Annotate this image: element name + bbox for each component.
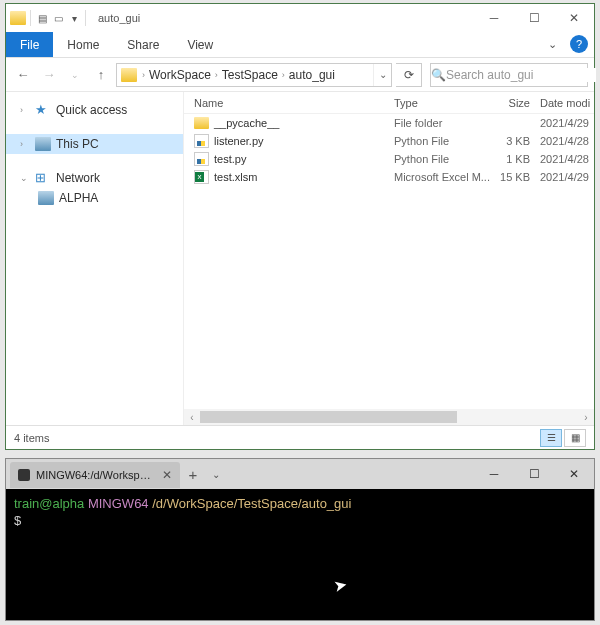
sidebar-item-label: ALPHA xyxy=(59,191,98,205)
close-tab-icon[interactable]: ✕ xyxy=(162,468,172,482)
refresh-button[interactable]: ⟳ xyxy=(396,63,422,87)
terminal-path: /d/WorkSpace/TestSpace/auto_gui xyxy=(152,496,351,511)
star-icon: ★ xyxy=(35,103,51,117)
file-name: __pycache__ xyxy=(214,117,279,129)
file-name: test.py xyxy=(214,153,246,165)
computer-icon xyxy=(38,191,54,205)
titlebar[interactable]: ▤ ▭ ▾ auto_gui ─ ☐ ✕ xyxy=(6,4,594,32)
chevron-right-icon[interactable]: › xyxy=(20,105,30,115)
nav-up-button[interactable]: ↑ xyxy=(90,63,112,87)
nav-back-button[interactable]: ← xyxy=(12,63,34,87)
column-headers: Name Type Size Date modi xyxy=(184,92,594,114)
tab-file[interactable]: File xyxy=(6,32,53,57)
terminal-user: train@alpha xyxy=(14,496,84,511)
terminal-prompt[interactable]: $ xyxy=(14,512,586,529)
app-icon xyxy=(10,11,26,25)
file-row[interactable]: __pycache__File folder2021/4/29 xyxy=(184,114,594,132)
file-date: 2021/4/28 xyxy=(536,153,594,165)
minimize-button[interactable]: ─ xyxy=(474,4,514,32)
file-row[interactable]: test.pyPython File1 KB2021/4/28 xyxy=(184,150,594,168)
breadcrumb[interactable]: WorkSpace xyxy=(146,68,214,82)
close-button[interactable]: ✕ xyxy=(554,459,594,489)
sidebar-item-quick-access[interactable]: › ★ Quick access xyxy=(6,100,183,120)
search-box[interactable]: 🔍 xyxy=(430,63,588,87)
column-header-date[interactable]: Date modi xyxy=(536,97,594,109)
help-icon[interactable]: ? xyxy=(570,35,588,53)
chevron-right-icon[interactable]: › xyxy=(20,139,30,149)
file-date: 2021/4/29 xyxy=(536,117,594,129)
tab-home[interactable]: Home xyxy=(53,32,113,57)
minimize-button[interactable]: ─ xyxy=(474,459,514,489)
file-type: Microsoft Excel M... xyxy=(394,171,492,183)
view-details-button[interactable]: ☰ xyxy=(540,429,562,447)
breadcrumb[interactable]: auto_gui xyxy=(286,68,338,82)
new-tab-button[interactable]: + xyxy=(180,466,206,483)
tab-dropdown-icon[interactable]: ⌄ xyxy=(206,469,226,480)
horizontal-scrollbar[interactable]: ‹ › xyxy=(184,409,594,425)
file-row[interactable]: listener.pyPython File3 KB2021/4/28 xyxy=(184,132,594,150)
tab-view[interactable]: View xyxy=(173,32,227,57)
terminal-titlebar[interactable]: MINGW64:/d/Workspace/TestSp ✕ + ⌄ ─ ☐ ✕ xyxy=(6,459,594,489)
maximize-button[interactable]: ☐ xyxy=(514,4,554,32)
window-title: auto_gui xyxy=(92,12,474,24)
ribbon: File Home Share View ⌄ ? xyxy=(6,32,594,58)
scroll-thumb[interactable] xyxy=(200,411,457,423)
file-date: 2021/4/29 xyxy=(536,171,594,183)
qat-dropdown-icon[interactable]: ▾ xyxy=(67,11,81,25)
navigation-pane: › ★ Quick access › This PC ⌄ ⊞ Network xyxy=(6,92,184,425)
address-dropdown-icon[interactable]: ⌄ xyxy=(373,64,391,86)
mouse-cursor-icon: ➤ xyxy=(332,576,348,595)
terminal-window: MINGW64:/d/Workspace/TestSp ✕ + ⌄ ─ ☐ ✕ … xyxy=(5,458,595,621)
file-size: 3 KB xyxy=(492,135,536,147)
close-button[interactable]: ✕ xyxy=(554,4,594,32)
nav-recent-dropdown[interactable]: ⌄ xyxy=(64,63,86,87)
column-header-name[interactable]: Name xyxy=(184,97,394,109)
sidebar-item-label: Quick access xyxy=(56,103,127,117)
terminal-body[interactable]: train@alpha MINGW64 /d/WorkSpace/TestSpa… xyxy=(6,489,594,620)
file-size: 15 KB xyxy=(492,171,536,183)
scroll-right-icon[interactable]: › xyxy=(578,412,594,423)
search-input[interactable] xyxy=(446,68,596,82)
terminal-icon xyxy=(18,469,30,481)
sidebar-item-alpha[interactable]: ALPHA xyxy=(6,188,183,208)
status-item-count: 4 items xyxy=(14,432,49,444)
scroll-left-icon[interactable]: ‹ xyxy=(184,412,200,423)
terminal-host: MINGW64 xyxy=(88,496,149,511)
folder-icon xyxy=(121,68,137,82)
maximize-button[interactable]: ☐ xyxy=(514,459,554,489)
sidebar-item-label: Network xyxy=(56,171,100,185)
status-bar: 4 items ☰ ▦ xyxy=(6,425,594,449)
search-icon: 🔍 xyxy=(431,68,446,82)
sidebar-item-this-pc[interactable]: › This PC xyxy=(6,134,183,154)
file-icon xyxy=(194,170,209,184)
terminal-tab[interactable]: MINGW64:/d/Workspace/TestSp ✕ xyxy=(10,462,180,488)
file-list-pane: Name Type Size Date modi __pycache__File… xyxy=(184,92,594,425)
file-icon xyxy=(194,134,209,148)
network-icon: ⊞ xyxy=(35,171,51,185)
file-name: listener.py xyxy=(214,135,264,147)
column-header-type[interactable]: Type xyxy=(394,97,492,109)
separator xyxy=(85,10,86,26)
file-icon xyxy=(194,152,209,166)
file-row[interactable]: test.xlsmMicrosoft Excel M...15 KB2021/4… xyxy=(184,168,594,186)
qat-properties-icon[interactable]: ▤ xyxy=(35,11,49,25)
tab-share[interactable]: Share xyxy=(113,32,173,57)
address-bar: ← → ⌄ ↑ › WorkSpace › TestSpace › auto_g… xyxy=(6,58,594,92)
column-header-size[interactable]: Size xyxy=(492,97,536,109)
terminal-tab-title: MINGW64:/d/Workspace/TestSp xyxy=(36,469,156,481)
terminal-line: train@alpha MINGW64 /d/WorkSpace/TestSpa… xyxy=(14,495,586,512)
pc-icon xyxy=(35,137,51,151)
qat-new-folder-icon[interactable]: ▭ xyxy=(51,11,65,25)
ribbon-expand-icon[interactable]: ⌄ xyxy=(540,32,564,57)
chevron-down-icon[interactable]: ⌄ xyxy=(20,173,30,183)
view-icons-button[interactable]: ▦ xyxy=(564,429,586,447)
scroll-track[interactable] xyxy=(200,411,578,423)
sidebar-item-network[interactable]: ⌄ ⊞ Network xyxy=(6,168,183,188)
breadcrumb[interactable]: TestSpace xyxy=(219,68,281,82)
nav-forward-button[interactable]: → xyxy=(38,63,60,87)
file-type: File folder xyxy=(394,117,492,129)
address-box[interactable]: › WorkSpace › TestSpace › auto_gui ⌄ xyxy=(116,63,392,87)
file-name: test.xlsm xyxy=(214,171,257,183)
file-date: 2021/4/28 xyxy=(536,135,594,147)
file-size: 1 KB xyxy=(492,153,536,165)
